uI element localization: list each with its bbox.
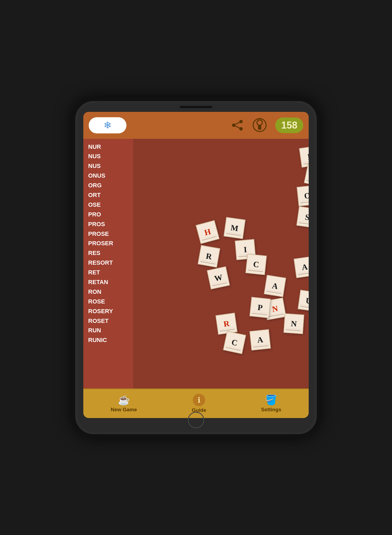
word-item: RON bbox=[85, 287, 131, 297]
word-item: ORG bbox=[85, 181, 131, 190]
svg-line-4 bbox=[234, 125, 241, 129]
guide-label: Guide bbox=[192, 407, 206, 413]
word-item: RUN bbox=[85, 326, 131, 335]
user-icon-svg bbox=[252, 118, 267, 133]
letter-tile[interactable]: R bbox=[215, 313, 237, 334]
word-list: NURNUSNUSONUSORGORTOSEPROPROSPROSEPROSER… bbox=[83, 139, 133, 388]
word-item: RUNIC bbox=[85, 335, 131, 345]
letter-tile[interactable]: C bbox=[245, 254, 267, 275]
settings-label: Settings bbox=[261, 407, 281, 413]
letter-tile[interactable]: U bbox=[298, 290, 309, 312]
word-item: ROSE bbox=[85, 297, 131, 306]
logo-button[interactable]: ❄ bbox=[89, 117, 126, 133]
letter-tile[interactable]: W bbox=[207, 266, 230, 289]
letter-tile[interactable]: R bbox=[198, 245, 220, 267]
word-item: OSE bbox=[85, 200, 131, 210]
device-frame: ❄ bbox=[72, 98, 320, 437]
word-item: ROSERY bbox=[85, 306, 131, 316]
letter-tile[interactable]: C bbox=[223, 331, 246, 354]
word-item: RES bbox=[85, 248, 131, 258]
score-badge: 158 bbox=[275, 118, 303, 133]
top-bar-icons: 158 bbox=[231, 118, 303, 133]
letter-tile[interactable]: R bbox=[304, 164, 309, 187]
letter-tile[interactable]: N bbox=[284, 313, 304, 334]
letter-tile[interactable]: H bbox=[196, 220, 219, 244]
word-item: NUS bbox=[85, 161, 131, 171]
word-item: ORT bbox=[85, 190, 131, 200]
word-item: PROS bbox=[85, 219, 131, 229]
new-game-label: New Game bbox=[111, 407, 137, 413]
share-icon-svg bbox=[231, 119, 243, 131]
word-item: PROSER bbox=[85, 239, 131, 248]
score-value: 158 bbox=[281, 120, 297, 131]
letter-tile[interactable]: A bbox=[294, 256, 309, 278]
svg-rect-7 bbox=[258, 125, 261, 130]
guide-button[interactable]: ℹ Guide bbox=[186, 394, 212, 413]
word-item: NUS bbox=[85, 151, 131, 161]
letter-tile[interactable]: P bbox=[299, 146, 309, 167]
new-game-button[interactable]: ☕ New Game bbox=[105, 394, 142, 413]
new-game-icon: ☕ bbox=[118, 394, 130, 406]
letter-tile[interactable]: O bbox=[297, 185, 309, 206]
word-item: ONUS bbox=[85, 171, 131, 181]
word-item: ROSET bbox=[85, 316, 131, 326]
word-item: RET bbox=[85, 268, 131, 277]
word-item: PROSE bbox=[85, 229, 131, 239]
word-item: PRO bbox=[85, 210, 131, 219]
settings-button[interactable]: 🪣 Settings bbox=[256, 394, 287, 413]
snowflake-icon: ❄ bbox=[104, 120, 112, 131]
letter-tile[interactable]: M bbox=[223, 217, 245, 239]
word-item: RETAN bbox=[85, 277, 131, 287]
letter-tile[interactable]: S bbox=[296, 206, 309, 228]
word-item: NUR bbox=[85, 142, 131, 152]
settings-icon: 🪣 bbox=[265, 394, 277, 406]
guide-icon: ℹ bbox=[193, 394, 205, 406]
bottom-bar: ☕ New Game ℹ Guide 🪣 Settings bbox=[83, 388, 309, 418]
main-area: NURNUSNUSONUSORGORTOSEPROPROSPROSEPROSER… bbox=[83, 139, 309, 388]
game-area[interactable]: P T R I O S R Y E T Y H M I R C A W A bbox=[133, 139, 309, 388]
letter-tile[interactable]: A bbox=[264, 275, 286, 297]
letter-tile[interactable]: A bbox=[249, 329, 271, 350]
word-item: RESORT bbox=[85, 258, 131, 268]
share-button[interactable] bbox=[231, 119, 244, 132]
letter-tile[interactable]: P bbox=[249, 297, 271, 318]
svg-point-5 bbox=[257, 120, 262, 125]
svg-line-3 bbox=[234, 122, 241, 125]
app-screen: ❄ bbox=[83, 112, 309, 418]
top-bar: ❄ bbox=[83, 112, 309, 139]
user-button[interactable] bbox=[252, 118, 267, 133]
